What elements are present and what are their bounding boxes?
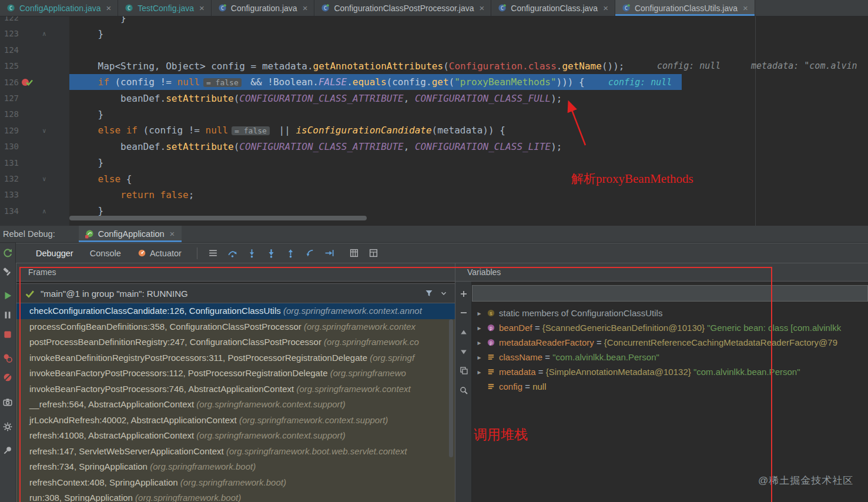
editor-tab[interactable]: CConfigurationClassPostProcessor.java× <box>314 0 491 16</box>
debugger-tab-console[interactable]: Console <box>82 243 129 263</box>
layout-settings-icon[interactable] <box>365 245 382 262</box>
chevron-down-icon[interactable] <box>440 289 448 297</box>
debugger-tab-actuator[interactable]: Actuator <box>129 243 190 263</box>
close-icon[interactable]: × <box>170 229 175 239</box>
view-breakpoints-icon[interactable] <box>2 353 13 363</box>
force-step-into-icon[interactable] <box>263 245 280 262</box>
resume-icon[interactable] <box>2 290 13 301</box>
editor-gutter: 126 <box>0 74 69 90</box>
stack-frame-row[interactable]: run:308, SpringApplication (org.springfr… <box>16 490 455 502</box>
code-line[interactable]: 126 if (config != null= false && !Boolea… <box>0 74 868 90</box>
variable-row[interactable]: ▸pbeanDef = {ScannedGenericBeanDefinitio… <box>472 320 868 335</box>
variable-row[interactable]: ▸sstatic members of ConfigurationClassUt… <box>472 306 868 320</box>
code-line[interactable]: 130 beanDef.setAttribute(CONFIGURATION_C… <box>0 139 868 155</box>
chevron-right-icon[interactable]: ▸ <box>475 309 483 317</box>
static-icon: s <box>487 309 495 317</box>
add-watch-icon[interactable] <box>458 289 469 299</box>
editor-tab[interactable]: CConfiguration.java× <box>212 0 315 16</box>
code-line[interactable]: 131 } <box>0 155 868 170</box>
remove-watch-icon[interactable] <box>458 307 469 318</box>
code-line[interactable]: 125 Map<String, Object> config = metadat… <box>0 58 868 74</box>
close-icon[interactable]: × <box>480 3 485 13</box>
inspect-icon[interactable] <box>458 385 469 396</box>
variable-row[interactable]: ▸className = "com.alvinlkk.bean.Person" <box>472 350 868 364</box>
close-icon[interactable]: × <box>199 3 205 13</box>
fold-marker[interactable]: ∧ <box>42 30 46 38</box>
run-config-tab[interactable]: ConfigApplication × <box>79 226 182 242</box>
duplicate-icon[interactable] <box>458 365 469 376</box>
frame-package: (org.springframework.context.support) <box>194 430 346 440</box>
code-line[interactable]: 128 } <box>0 106 868 122</box>
step-over-icon[interactable] <box>224 245 241 262</box>
filter-icon[interactable] <box>424 289 434 298</box>
code-editor[interactable]: 122 }123∧ }124125 Map<String, Object> co… <box>0 16 868 226</box>
move-up-icon[interactable] <box>458 327 469 338</box>
mute-breakpoints-icon[interactable] <box>2 372 13 383</box>
stop-icon[interactable] <box>2 329 13 340</box>
step-into-icon[interactable] <box>243 245 260 262</box>
editor-horizontal-scrollbar[interactable] <box>69 216 367 220</box>
settings-icon[interactable] <box>2 421 13 432</box>
stack-frame-row[interactable]: postProcessBeanDefinitionRegistry:247, C… <box>16 334 455 350</box>
step-out-icon[interactable] <box>282 245 299 262</box>
code-line[interactable]: 122 } <box>0 16 868 26</box>
code-line[interactable]: 129∨ else if (config != null= false || i… <box>0 122 868 138</box>
chevron-right-icon[interactable]: ▸ <box>475 368 483 376</box>
stack-frame-row[interactable]: processConfigBeanDefinitions:358, Config… <box>16 319 455 335</box>
stack-frame-row[interactable]: jrLockAndRefresh:40002, AbstractApplicat… <box>16 413 455 429</box>
run-to-cursor-icon[interactable] <box>321 245 338 262</box>
stack-frame-row[interactable]: invokeBeanFactoryPostProcessors:746, Abs… <box>16 381 455 397</box>
stack-frame-row[interactable]: refresh:734, SpringApplication (org.spri… <box>16 459 455 475</box>
variable-row[interactable]: config = null <box>472 379 868 394</box>
close-icon[interactable]: × <box>603 3 608 13</box>
pin-icon[interactable] <box>2 445 13 456</box>
menu-icon[interactable] <box>205 245 222 262</box>
editor-tab[interactable]: CConfigurationClass.java× <box>491 0 615 16</box>
code-line[interactable]: 133 return false; <box>0 187 868 203</box>
close-icon[interactable]: × <box>303 3 308 13</box>
breakpoint-icon[interactable] <box>20 78 36 87</box>
code-line[interactable]: 132∨ else { <box>0 170 868 186</box>
frame-location: run:308, SpringApplication <box>29 493 133 502</box>
move-down-icon[interactable] <box>458 346 469 357</box>
code-line[interactable]: 123∧ } <box>0 26 868 42</box>
camera-icon[interactable] <box>2 397 13 407</box>
thread-selector[interactable]: "main"@1 in group "main": RUNNING <box>16 283 455 303</box>
editor-tab[interactable]: CConfigurationClassUtils.java× <box>615 0 755 16</box>
variable-row[interactable]: ▸pmetadataReaderFactory = {ConcurrentRef… <box>472 335 868 350</box>
stack-frame-row[interactable]: invokeBeanDefinitionRegistryPostProcesso… <box>16 350 455 366</box>
close-icon[interactable]: × <box>743 3 748 13</box>
chevron-right-icon[interactable]: ▸ <box>475 353 483 362</box>
actuator-icon <box>138 249 146 257</box>
debugger-tab-debugger[interactable]: Debugger <box>28 243 82 263</box>
stack-frame-row[interactable]: __refresh:564, AbstractApplicationContex… <box>16 397 455 413</box>
variable-row[interactable]: ▸metadata = {SimpleAnnotationMetadata@10… <box>472 364 868 379</box>
pause-icon[interactable] <box>2 310 13 320</box>
code-line[interactable]: 124 <box>0 42 868 58</box>
code-token: ; <box>189 189 195 200</box>
stack-frame-row[interactable]: checkConfigurationClassCandidate:126, Co… <box>16 303 455 319</box>
editor-tab[interactable]: CConfigApplication.java× <box>0 0 118 16</box>
fold-marker[interactable]: ∨ <box>42 175 46 183</box>
close-icon[interactable]: × <box>106 3 112 13</box>
chevron-right-icon[interactable]: ▸ <box>475 324 483 332</box>
drop-frame-icon[interactable] <box>301 245 319 262</box>
frames-scrollbar[interactable] <box>449 319 453 457</box>
evaluate-expression-input[interactable]: Evaluate expression (Enter) or add a wat… <box>472 285 868 302</box>
fold-marker[interactable]: ∧ <box>42 207 46 215</box>
run-config-icon <box>85 229 94 239</box>
rerun-icon[interactable] <box>2 247 13 258</box>
build-icon[interactable] <box>2 266 13 277</box>
fold-marker[interactable]: ∨ <box>42 126 46 134</box>
stack-frame-row[interactable]: refresh:147, ServletWebServerApplication… <box>16 444 455 460</box>
editor-tab[interactable]: CTestConfig.java× <box>118 0 211 16</box>
evaluate-expression-icon[interactable] <box>346 245 363 262</box>
stack-frame-row[interactable]: refresh:41008, AbstractApplicationContex… <box>16 428 455 444</box>
stack-frame-row[interactable]: invokeBeanFactoryPostProcessors:112, Pos… <box>16 366 455 381</box>
stack-frame-row[interactable]: refreshContext:408, SpringApplication (o… <box>16 475 455 491</box>
inline-debug-hint: metadata: "com.alvin <box>751 61 857 71</box>
code-token: } <box>75 28 103 39</box>
code-line[interactable]: 127 beanDef.setAttribute(CONFIGURATION_C… <box>0 90 868 106</box>
chevron-right-icon[interactable]: ▸ <box>475 339 483 347</box>
code-token: . <box>347 76 353 88</box>
